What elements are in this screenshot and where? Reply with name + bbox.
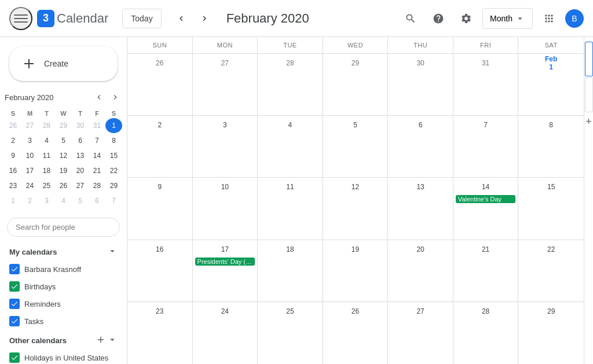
- mini-cal-day[interactable]: 28: [38, 118, 55, 133]
- calendar-cell[interactable]: 2: [127, 116, 193, 177]
- mini-cal-day[interactable]: 26: [55, 178, 72, 193]
- mini-cal-day[interactable]: 25: [38, 178, 55, 193]
- calendar-checkbox[interactable]: [9, 281, 20, 292]
- mini-cal-day[interactable]: 26: [5, 118, 21, 133]
- calendar-item[interactable]: Reminders: [0, 295, 127, 312]
- calendar-checkbox[interactable]: [9, 316, 20, 326]
- settings-button[interactable]: [455, 7, 478, 30]
- mini-next-button[interactable]: [108, 90, 122, 104]
- mini-cal-day[interactable]: 3: [21, 133, 38, 148]
- mini-cal-day[interactable]: 28: [89, 178, 105, 193]
- calendar-cell[interactable]: 9: [127, 178, 193, 239]
- mini-cal-day[interactable]: 31: [89, 118, 105, 133]
- mini-cal-day[interactable]: 19: [55, 163, 72, 178]
- mini-cal-day[interactable]: 1: [105, 118, 122, 133]
- calendar-cell[interactable]: 26: [323, 302, 389, 364]
- calendar-cell[interactable]: 14Valentine's Day: [453, 178, 519, 239]
- calendar-cell[interactable]: 17Presidents' Day (re...: [193, 240, 258, 302]
- calendar-cell[interactable]: 5: [323, 116, 389, 177]
- calendar-cell[interactable]: 13: [388, 178, 453, 239]
- calendar-cell[interactable]: 27: [193, 54, 258, 115]
- calendar-cell[interactable]: 21: [453, 240, 519, 302]
- mini-cal-day[interactable]: 9: [5, 148, 21, 163]
- mini-cal-day[interactable]: 7: [89, 133, 105, 148]
- view-selector[interactable]: Month: [482, 8, 533, 29]
- calendar-cell[interactable]: Feb 1: [518, 54, 584, 115]
- search-button[interactable]: [399, 7, 422, 30]
- tab-item[interactable]: [585, 78, 593, 112]
- mini-cal-day[interactable]: 30: [72, 118, 89, 133]
- calendar-cell[interactable]: 23: [127, 302, 193, 364]
- calendar-cell[interactable]: 4: [258, 116, 323, 177]
- mini-cal-day[interactable]: 20: [72, 163, 89, 178]
- mini-cal-day[interactable]: 21: [89, 163, 105, 178]
- calendar-cell[interactable]: 25: [258, 302, 323, 364]
- menu-icon[interactable]: [9, 7, 32, 30]
- mini-cal-day[interactable]: 8: [105, 133, 122, 148]
- mini-cal-day[interactable]: 4: [55, 193, 72, 208]
- mini-prev-button[interactable]: [92, 90, 106, 104]
- other-calendar-checkbox[interactable]: [9, 352, 20, 363]
- mini-cal-day[interactable]: 11: [38, 148, 55, 163]
- calendar-cell[interactable]: 26: [127, 54, 193, 115]
- mini-cal-day[interactable]: 23: [5, 178, 21, 193]
- mini-cal-day[interactable]: 10: [21, 148, 38, 163]
- my-calendars-expand[interactable]: [107, 246, 118, 258]
- calendar-cell[interactable]: 22: [518, 240, 584, 302]
- other-calendars-expand[interactable]: [107, 334, 118, 347]
- calendar-cell[interactable]: 19: [323, 240, 389, 302]
- apps-button[interactable]: [537, 7, 561, 30]
- calendar-checkbox[interactable]: [9, 299, 20, 309]
- mini-cal-day[interactable]: 12: [55, 148, 72, 163]
- calendar-cell[interactable]: 31: [453, 54, 519, 115]
- calendar-cell[interactable]: 10: [193, 178, 258, 239]
- user-avatar[interactable]: B: [565, 9, 584, 28]
- today-button[interactable]: Today: [122, 9, 161, 28]
- mini-cal-day[interactable]: 17: [21, 163, 38, 178]
- mini-cal-day[interactable]: 7: [105, 193, 122, 208]
- calendar-cell[interactable]: 3: [193, 116, 258, 177]
- tab-active[interactable]: [585, 42, 593, 76]
- mini-cal-day[interactable]: 5: [72, 193, 89, 208]
- mini-cal-day[interactable]: 6: [72, 133, 89, 148]
- calendar-cell[interactable]: 24: [193, 302, 258, 364]
- create-button[interactable]: Create: [9, 46, 118, 81]
- calendar-item[interactable]: Tasks: [0, 312, 127, 330]
- mini-cal-day[interactable]: 27: [72, 178, 89, 193]
- calendar-item[interactable]: Birthdays: [0, 278, 127, 295]
- mini-cal-day[interactable]: 3: [38, 193, 55, 208]
- add-other-calendar-button[interactable]: [96, 334, 106, 347]
- calendar-cell[interactable]: 29: [323, 54, 389, 115]
- mini-cal-day[interactable]: 16: [5, 163, 21, 178]
- mini-cal-day[interactable]: 27: [21, 118, 38, 133]
- mini-cal-day[interactable]: 22: [105, 163, 122, 178]
- calendar-cell[interactable]: 6: [388, 116, 453, 177]
- mini-cal-day[interactable]: 6: [89, 193, 105, 208]
- mini-cal-day[interactable]: 5: [55, 133, 72, 148]
- calendar-cell[interactable]: 15: [518, 178, 584, 239]
- mini-cal-day[interactable]: 18: [38, 163, 55, 178]
- calendar-cell[interactable]: 7: [453, 116, 519, 177]
- tab-add-button[interactable]: +: [585, 116, 592, 128]
- mini-cal-day[interactable]: 1: [5, 193, 21, 208]
- mini-cal-day[interactable]: 15: [105, 148, 122, 163]
- mini-cal-day[interactable]: 29: [55, 118, 72, 133]
- mini-cal-day[interactable]: 14: [89, 148, 105, 163]
- event-chip[interactable]: Valentine's Day: [456, 195, 516, 203]
- calendar-cell[interactable]: 28: [453, 302, 519, 364]
- other-calendar-item[interactable]: Holidays in United States: [0, 349, 127, 364]
- calendar-cell[interactable]: 29: [518, 302, 584, 364]
- calendar-cell[interactable]: 30: [388, 54, 453, 115]
- calendar-cell[interactable]: 20: [388, 240, 453, 302]
- calendar-item[interactable]: Barbara Krasnoff: [0, 260, 127, 278]
- calendar-checkbox[interactable]: [9, 264, 20, 274]
- calendar-cell[interactable]: 11: [258, 178, 323, 239]
- help-button[interactable]: [427, 7, 450, 30]
- calendar-cell[interactable]: 27: [388, 302, 453, 364]
- mini-cal-day[interactable]: 2: [5, 133, 21, 148]
- search-input[interactable]: [7, 218, 120, 237]
- calendar-cell[interactable]: 16: [127, 240, 193, 302]
- prev-month-button[interactable]: [171, 8, 192, 29]
- calendar-cell[interactable]: 28: [258, 54, 323, 115]
- next-month-button[interactable]: [194, 8, 215, 29]
